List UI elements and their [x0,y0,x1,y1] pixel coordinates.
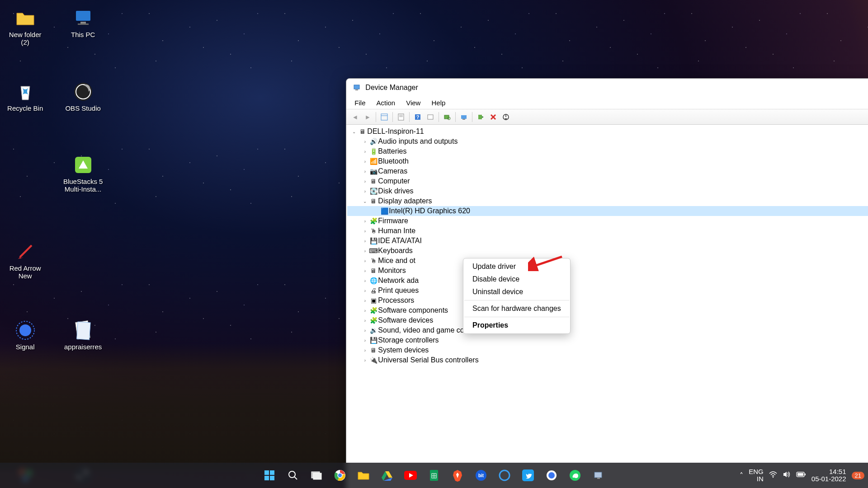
taskbar-device-manager[interactable] [589,465,609,485]
chevron-icon[interactable]: › [361,348,369,353]
device-manager-window[interactable]: Device Manager ─ ▢ ✕ FileActionViewHelp … [346,78,868,488]
taskbar[interactable]: bit ˄ ENG IN 14:51 05-01-2022 21 [0,463,868,488]
titlebar[interactable]: Device Manager ─ ▢ ✕ [346,79,868,97]
taskbar-twitter[interactable] [518,465,538,485]
chevron-icon[interactable]: › [361,338,369,343]
action-button[interactable] [425,111,436,123]
chevron-icon[interactable]: › [361,189,369,194]
desktop-icon-new-folder-2[interactable]: New folder (2) [5,7,46,46]
taskbar-cortana[interactable] [495,465,514,485]
desktop-icon-appraiserres[interactable]: appraiserres [63,319,104,351]
tree-node-1[interactable]: ›🔋Batteries [347,146,868,156]
system-tray[interactable]: ˄ ENG IN 14:51 05-01-2022 21 [740,468,864,483]
toolbar[interactable]: ◄ ► ? [346,109,868,125]
chevron-icon[interactable]: › [361,219,369,224]
minimize-button[interactable]: ─ [858,79,868,97]
chevron-icon[interactable]: › [361,139,369,144]
ctx-properties[interactable]: Properties [463,319,570,332]
chevron-icon[interactable]: › [361,328,369,333]
desktop-icon-signal[interactable]: Signal [5,319,46,351]
menu-action[interactable]: Action [371,97,401,109]
tree-node-5[interactable]: ›💽Disk drives [347,186,868,196]
chevron-icon[interactable]: › [361,258,369,263]
tree-node-21[interactable]: ›🔌Universal Serial Bus controllers [347,355,868,365]
desktop-icon-red-arrow-new[interactable]: Red Arrow New [5,241,46,280]
ctx-scan-for-hardware-changes[interactable]: Scan for hardware changes [463,302,570,315]
uninstall-device-button[interactable] [487,111,499,123]
tree-root[interactable]: ⌄🖥DELL-Inspiron-11 [347,127,868,136]
language-indicator[interactable]: ENG IN [749,468,764,483]
desktop-icon-obs-studio[interactable]: OBS Studio [63,81,104,112]
menu-file[interactable]: File [349,97,371,109]
taskbar-drive[interactable] [377,465,397,485]
tree-node-15[interactable]: ›▣Processors [347,296,868,305]
ctx-uninstall-device[interactable]: Uninstall device [463,286,570,298]
desktop-icon-bluestacks-multi[interactable]: BlueStacks 5 Multi-Insta... [63,154,104,193]
tree-node-17[interactable]: ›🧩Software devices [347,315,868,325]
chevron-icon[interactable]: › [361,149,369,154]
tree-device-selected[interactable]: 🟦Intel(R) HD Graphics 620 [347,206,868,216]
ctx-disable-device[interactable]: Disable device [463,273,570,286]
tree-node-6[interactable]: ⌄🖥Display adapters [347,196,868,206]
menu-view[interactable]: View [401,97,426,109]
tree-node-12[interactable]: ›🖥Monitors [347,266,868,276]
tree-node-13[interactable]: ›🌐Network ada [347,276,868,286]
update-driver-button[interactable] [458,111,470,123]
menu-help[interactable]: Help [426,97,451,109]
taskbar-whatsapp[interactable] [565,465,585,485]
clock[interactable]: 14:51 05-01-2022 [811,468,846,483]
tree-node-16[interactable]: ›🧩Software components [347,305,868,315]
ctx-update-driver[interactable]: Update driver [463,260,570,273]
chevron-icon[interactable]: › [361,308,369,313]
chevron-icon[interactable]: › [361,268,369,273]
taskbar-task-view[interactable] [307,465,326,485]
taskbar-sheets[interactable] [424,465,444,485]
tree-node-14[interactable]: ›🖨Print queues [347,286,868,296]
taskbar-explorer[interactable] [354,465,373,485]
chevron-icon[interactable]: › [361,179,369,184]
chevron-icon[interactable]: › [361,249,369,253]
tray-chevron-icon[interactable]: ˄ [740,471,743,480]
taskbar-chrome[interactable] [330,465,350,485]
desktop-icon-this-pc[interactable]: This PC [63,7,104,38]
show-hidden-button[interactable] [378,111,390,123]
chevron-icon[interactable]: › [361,159,369,164]
chevron-icon[interactable]: › [361,358,369,363]
context-menu[interactable]: Update driverDisable deviceUninstall dev… [463,258,571,334]
menubar[interactable]: FileActionViewHelp [346,97,868,109]
chevron-icon[interactable]: › [361,239,369,244]
tree-node-3[interactable]: ›📷Cameras [347,166,868,176]
tree-node-9[interactable]: ›💾IDE ATA/ATAI [347,236,868,246]
chevron-icon[interactable]: › [361,288,369,293]
scan-hardware-button[interactable] [441,111,453,123]
taskbar-bitwarden[interactable]: bit [471,465,491,485]
taskbar-youtube[interactable] [401,465,420,485]
disable-device-button[interactable] [500,111,512,123]
notification-badge[interactable]: 21 [852,472,864,479]
chevron-icon[interactable]: › [361,278,369,283]
chevron-icon[interactable]: › [361,169,369,174]
properties-button[interactable] [395,111,407,123]
taskbar-signal-app[interactable] [542,465,561,485]
tree-node-8[interactable]: ›🖱Human Inte [347,226,868,236]
chevron-icon[interactable]: › [361,298,369,303]
tree-node-0[interactable]: ›🔊Audio inputs and outputs [347,136,868,146]
desktop-icon-recycle-bin[interactable]: Recycle Bin [5,81,46,112]
chevron-icon[interactable]: › [361,229,369,234]
tree-node-10[interactable]: ›⌨Keyboards [347,246,868,256]
chevron-icon[interactable]: ⌄ [350,129,358,134]
chevron-icon[interactable]: › [361,318,369,323]
device-tree[interactable]: ⌄🖥DELL-Inspiron-11›🔊Audio inputs and out… [346,125,868,488]
wifi-icon[interactable] [769,470,777,480]
taskbar-brave[interactable] [448,465,467,485]
tree-node-2[interactable]: ›📶Bluetooth [347,156,868,166]
tree-node-11[interactable]: ›🖱Mice and ot [347,256,868,266]
taskbar-start[interactable] [259,465,279,485]
enable-device-button[interactable] [475,111,486,123]
chevron-icon[interactable]: ⌄ [361,199,369,204]
volume-icon[interactable] [783,470,791,480]
tree-node-4[interactable]: ›🖥Computer [347,176,868,186]
tree-node-18[interactable]: ›🔉Sound, video and game controllers [347,325,868,335]
battery-icon[interactable] [796,471,806,479]
tree-node-19[interactable]: ›💾Storage controllers [347,335,868,345]
